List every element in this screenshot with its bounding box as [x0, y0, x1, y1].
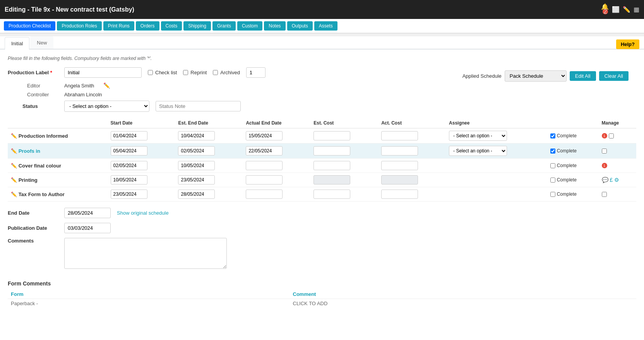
- pound-icon-4[interactable]: £: [610, 177, 613, 183]
- act-cost-5[interactable]: [381, 190, 418, 199]
- actual-end-date-1[interactable]: [246, 131, 283, 140]
- checklist-checkbox[interactable]: [148, 70, 153, 75]
- est-end-date-2[interactable]: [178, 146, 215, 155]
- archived-checkbox[interactable]: [213, 70, 218, 75]
- est-cost-5[interactable]: [313, 190, 350, 199]
- settings-icon-4[interactable]: ⚙: [614, 177, 619, 183]
- act-cost-2[interactable]: [381, 146, 418, 155]
- complete-checkbox-5[interactable]: [550, 192, 555, 197]
- nav-production-roles[interactable]: Production Roles: [57, 21, 101, 31]
- status-select[interactable]: - Select an option -: [64, 101, 149, 112]
- edit-all-button[interactable]: Edit All: [570, 71, 596, 81]
- col-est-end-date: Est. End Date: [175, 118, 243, 128]
- notification-icon[interactable]: 🔔 2: [601, 3, 609, 16]
- form-comments-comment-cell[interactable]: CLICK TO ADD: [290, 299, 637, 308]
- nav-costs[interactable]: Costs: [161, 21, 182, 31]
- archived-group: Archived: [213, 70, 240, 75]
- comments-row: Comments: [8, 238, 636, 269]
- act-cost-3[interactable]: [381, 161, 418, 170]
- actual-end-date-4[interactable]: [246, 175, 283, 185]
- manage-checkbox-2[interactable]: [602, 149, 607, 154]
- est-cost-3[interactable]: [313, 161, 350, 170]
- archived-label: Archived: [220, 70, 240, 75]
- row-edit-icon-1[interactable]: ✏️: [11, 133, 17, 139]
- est-cost-1[interactable]: [313, 131, 350, 140]
- act-cost-1[interactable]: [381, 131, 418, 140]
- complete-checkbox-1[interactable]: [550, 133, 555, 138]
- manage-icons-2: [602, 149, 633, 154]
- show-original-schedule-link[interactable]: Show original schedule: [117, 210, 169, 216]
- nav-orders[interactable]: Orders: [136, 21, 159, 31]
- start-date-1[interactable]: [111, 131, 147, 140]
- est-end-date-3[interactable]: [178, 161, 215, 170]
- actual-end-date-5[interactable]: [246, 190, 283, 199]
- complete-checkbox-4[interactable]: [550, 178, 555, 183]
- start-date-4[interactable]: [111, 175, 147, 185]
- number-field[interactable]: [246, 67, 265, 78]
- col-manage: Manage: [599, 118, 636, 128]
- form-comments-section: Form Comments Form Comment Paperback - C…: [8, 277, 636, 308]
- assignee-select-2[interactable]: - Select an option -: [449, 146, 507, 156]
- actual-end-date-2[interactable]: [246, 146, 283, 155]
- reprint-checkbox[interactable]: [183, 70, 188, 75]
- complete-check-4: Complete: [550, 177, 596, 183]
- end-date-label: End Date: [8, 210, 58, 216]
- row-edit-icon-3[interactable]: ✏️: [11, 163, 17, 169]
- est-cost-2[interactable]: [313, 146, 350, 155]
- form-comments-table: Form Comment Paperback - CLICK TO ADD: [8, 290, 636, 308]
- complete-checkbox-2[interactable]: [550, 149, 555, 154]
- applied-schedule-section: Applied Schedule Pack Schedule Edit All …: [462, 70, 636, 82]
- tab-new[interactable]: New: [30, 36, 53, 49]
- checklist-label: Check list: [155, 70, 177, 75]
- chat-icon-4[interactable]: 💬: [602, 177, 608, 183]
- complete-checkbox-3[interactable]: [550, 163, 555, 168]
- row-edit-icon-5[interactable]: ✏️: [11, 191, 17, 197]
- grid-icon[interactable]: ▦: [634, 6, 639, 13]
- est-end-date-5[interactable]: [178, 190, 215, 199]
- publication-date-label: Publication Date: [8, 225, 58, 231]
- comments-label: Comments: [8, 238, 58, 244]
- checklist-group: Check list: [148, 70, 177, 75]
- nav-outputs[interactable]: Outputs: [287, 21, 313, 31]
- row-edit-icon-2[interactable]: ✏️: [11, 148, 17, 154]
- nav-assets[interactable]: Assets: [314, 21, 337, 31]
- editor-value: Angela Smith: [64, 83, 94, 89]
- tab-initial[interactable]: Initial: [5, 37, 29, 50]
- nav-print-runs[interactable]: Print Runs: [103, 21, 134, 31]
- window-icon[interactable]: ⬜: [612, 6, 620, 13]
- start-date-2[interactable]: [111, 146, 147, 155]
- applied-schedule-label: Applied Schedule: [462, 73, 502, 79]
- start-date-5[interactable]: [111, 190, 147, 199]
- schedule-table: Start Date Est. End Date Actual End Date…: [8, 118, 636, 202]
- table-row: ✏️ Cover final colour Complete: [8, 159, 636, 173]
- nav-custom[interactable]: Custom: [237, 21, 262, 31]
- comments-textarea[interactable]: [64, 238, 227, 269]
- actual-end-date-3[interactable]: [246, 161, 283, 170]
- app-title: Editing - Tile 9x - New contract test (G…: [5, 6, 134, 13]
- start-date-3[interactable]: [111, 161, 147, 170]
- col-assignee: Assignee: [446, 118, 547, 128]
- status-note-input[interactable]: [156, 101, 241, 111]
- manage-icons-5: [602, 192, 633, 197]
- nav-production-checklist[interactable]: Production Checklist: [4, 21, 55, 31]
- schedule-select[interactable]: Pack Schedule: [505, 70, 567, 82]
- help-button[interactable]: Help?: [616, 39, 639, 49]
- manage-checkbox-1[interactable]: [609, 133, 614, 138]
- nav-notes[interactable]: Notes: [264, 21, 285, 31]
- est-end-date-4[interactable]: [178, 175, 215, 185]
- row-edit-icon-4[interactable]: ✏️: [11, 177, 17, 183]
- controller-value: Abraham Lincoln: [64, 92, 102, 97]
- nav-grants[interactable]: Grants: [212, 21, 236, 31]
- end-date-input[interactable]: [64, 208, 111, 218]
- edit-icon-top[interactable]: ✏️: [623, 6, 630, 13]
- manage-checkbox-5[interactable]: [602, 192, 607, 197]
- assignee-select-1[interactable]: - Select an option -: [449, 131, 507, 141]
- production-label-input[interactable]: [64, 67, 142, 78]
- clear-all-button[interactable]: Clear All: [599, 71, 629, 81]
- est-end-date-1[interactable]: [178, 131, 215, 140]
- est-cost-4: [313, 175, 350, 185]
- nav-shipping[interactable]: Shipping: [183, 21, 211, 31]
- col-complete: [547, 118, 599, 128]
- editor-edit-icon[interactable]: ✏️: [103, 82, 110, 89]
- publication-date-input[interactable]: [64, 223, 111, 233]
